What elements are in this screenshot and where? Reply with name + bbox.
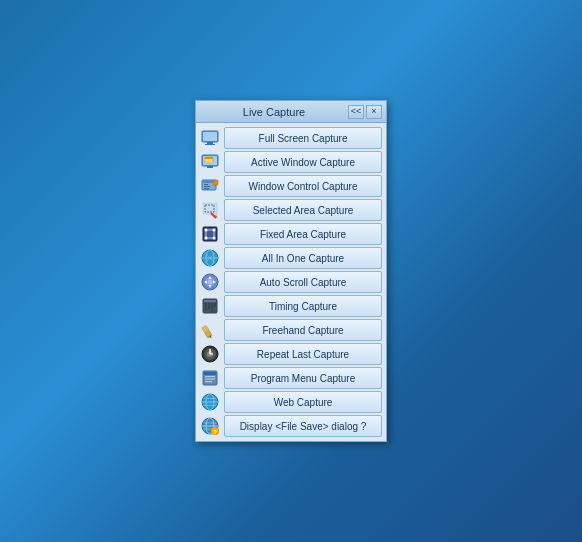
list-item: Program Menu Capture xyxy=(200,367,382,389)
fixed-area-icon xyxy=(200,224,220,244)
list-item: Auto Scroll Capture xyxy=(200,271,382,293)
web-capture-button[interactable]: Web Capture xyxy=(224,391,382,413)
list-item: Full Screen Capture xyxy=(200,127,382,149)
svg-rect-14 xyxy=(213,180,218,185)
timing-capture-button[interactable]: Timing Capture xyxy=(224,295,382,317)
svg-point-24 xyxy=(205,237,208,240)
title-buttons: << × xyxy=(348,105,382,119)
auto-scroll-capture-button[interactable]: Auto Scroll Capture xyxy=(224,271,382,293)
svg-rect-7 xyxy=(205,157,213,159)
svg-rect-13 xyxy=(204,188,209,189)
program-menu-capture-button[interactable]: Program Menu Capture xyxy=(224,367,382,389)
svg-rect-12 xyxy=(204,186,210,187)
repeat-icon xyxy=(200,344,220,364)
svg-text:?: ? xyxy=(213,429,217,435)
auto-scroll-icon xyxy=(200,272,220,292)
timing-icon xyxy=(200,296,220,316)
web-icon xyxy=(200,392,220,412)
svg-rect-35 xyxy=(204,300,216,302)
svg-rect-49 xyxy=(204,372,216,375)
freehand-capture-button[interactable]: Freehand Capture xyxy=(224,319,382,341)
list-item: All In One Capture xyxy=(200,247,382,269)
svg-rect-36 xyxy=(205,303,207,311)
list-item: Repeat Last Capture xyxy=(200,343,382,365)
live-capture-window: Live Capture << × Full Screen Capture xyxy=(195,100,387,442)
list-item: Active Window Capture xyxy=(200,151,382,173)
list-item: Timing Capture xyxy=(200,295,382,317)
all-in-one-icon xyxy=(200,248,220,268)
full-screen-capture-button[interactable]: Full Screen Capture xyxy=(224,127,382,149)
list-item: Fixed Area Capture xyxy=(200,223,382,245)
selected-area-icon xyxy=(200,200,220,220)
monitor-icon xyxy=(200,128,220,148)
svg-rect-37 xyxy=(208,303,210,309)
fixed-area-capture-button[interactable]: Fixed Area Capture xyxy=(224,223,382,245)
svg-rect-11 xyxy=(204,184,208,185)
list-item: Window Control Capture xyxy=(200,175,382,197)
selected-area-capture-button[interactable]: Selected Area Capture xyxy=(224,199,382,221)
repeat-last-capture-button[interactable]: Repeat Last Capture xyxy=(224,343,382,365)
svg-point-23 xyxy=(213,229,216,232)
list-item: Selected Area Capture xyxy=(200,199,382,221)
svg-rect-39 xyxy=(214,303,216,307)
active-window-icon xyxy=(200,152,220,172)
menu-list: Full Screen Capture Active Window Captur… xyxy=(196,123,386,441)
svg-point-33 xyxy=(208,280,213,285)
svg-rect-3 xyxy=(205,144,215,145)
all-in-one-capture-button[interactable]: All In One Capture xyxy=(224,247,382,269)
window-title: Live Capture xyxy=(200,106,348,118)
svg-rect-50 xyxy=(205,376,215,377)
window-control-capture-button[interactable]: Window Control Capture xyxy=(224,175,382,197)
svg-point-22 xyxy=(205,229,208,232)
svg-point-25 xyxy=(213,237,216,240)
svg-rect-2 xyxy=(207,142,213,144)
list-item: Web Capture xyxy=(200,391,382,413)
window-control-icon xyxy=(200,176,220,196)
svg-rect-8 xyxy=(207,166,213,168)
list-item: ? Display <File Save> dialog ? xyxy=(200,415,382,437)
collapse-button[interactable]: << xyxy=(348,105,364,119)
title-bar: Live Capture << × xyxy=(196,101,386,123)
display-file-save-dialog-button[interactable]: Display <File Save> dialog ? xyxy=(224,415,382,437)
freehand-icon xyxy=(200,320,220,340)
svg-rect-52 xyxy=(205,381,212,382)
svg-rect-1 xyxy=(203,132,217,141)
svg-rect-38 xyxy=(211,303,213,312)
program-menu-icon xyxy=(200,368,220,388)
file-save-icon: ? xyxy=(200,416,220,436)
list-item: Freehand Capture xyxy=(200,319,382,341)
close-button[interactable]: × xyxy=(366,105,382,119)
active-window-capture-button[interactable]: Active Window Capture xyxy=(224,151,382,173)
svg-rect-51 xyxy=(205,379,215,380)
